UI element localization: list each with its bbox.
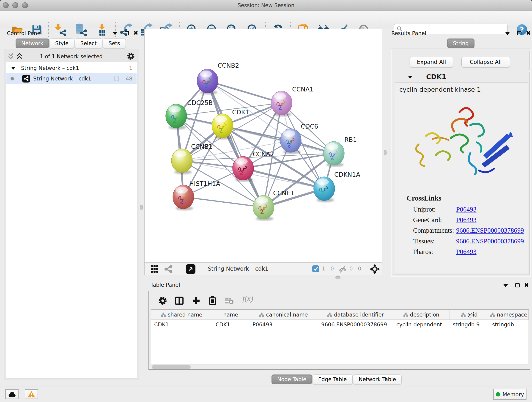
crosslink-label: Compartments: [413,227,454,234]
column-header-namespace[interactable]: namespace [489,310,529,319]
columns-icon[interactable] [175,296,184,305]
network-node-CCNB1[interactable]: CCNB1 [171,143,213,174]
splitter-handle[interactable] [140,205,143,210]
collapse-entry-icon[interactable] [408,76,412,79]
table-body: CDK1CDK1P064939606.ENSP00000378699cyclin… [151,320,529,329]
cloud-icon [8,391,16,397]
tab-network[interactable]: Network [16,38,49,48]
node-count: 11 [113,76,120,82]
tab-string[interactable]: String [447,38,475,48]
statusbar-divider [0,386,532,386]
network-node-CCNA1[interactable]: CCNA1 [271,86,314,116]
tree-expander-icon[interactable] [11,67,16,70]
detach-view-button[interactable] [186,264,196,274]
memory-label: Memory [502,391,524,397]
network-row-selected[interactable]: String Network – cdk1 11 48 [6,73,137,84]
main-toolbar: ? [0,11,532,28]
add-column-icon[interactable] [191,296,201,305]
column-header-canonical-name[interactable]: canonical name [249,310,318,319]
expand-all-button[interactable]: Expand All [410,57,453,67]
network-node-RB1[interactable]: RB1 [323,136,357,167]
table-cell: 9606.ENSP00000378699 [318,322,393,327]
network-list: String Network – cdk1 1 String Network –… [6,62,137,378]
column-header-description[interactable]: description [393,310,450,319]
float-panel-icon[interactable] [503,284,508,287]
close-panel-icon[interactable]: ✖ [524,283,529,287]
selected-checkbox[interactable] [312,265,319,272]
tab-edge-table[interactable]: Edge Table [312,375,353,384]
column-header-database-identifier[interactable]: database identifier [318,310,393,319]
crosslink-link[interactable]: 9606.ENSP00000378699 [456,237,524,245]
horizontal-scrollbar[interactable] [152,365,191,369]
crosslink-link[interactable]: P06493 [456,248,476,255]
network-view[interactable]: CCNB2CCNA1CDC25BCDK1CDC6RB1CCNB1CCNA2CDK… [144,29,382,262]
collection-count: 1 [129,65,133,71]
node-label-CCNA2: CCNA2 [253,151,274,158]
column-header-name[interactable]: name [212,310,249,319]
network-node-HIST1H1A[interactable]: HIST1H1A [173,180,220,211]
warning-icon [27,391,35,398]
crosslink-link[interactable]: P06493 [456,216,476,224]
node-label-CDKN1A: CDKN1A [334,171,360,178]
warnings-button[interactable] [25,389,38,399]
column-header--id[interactable]: @id [450,310,489,319]
node-table: shared namenamecanonical namedatabase id… [151,309,529,364]
title-bar: Session: New Session [0,0,532,11]
crosslink-link[interactable]: 9606.ENSP00000378699 [456,227,524,234]
result-description: cyclin-dependent kinase 1 [399,86,481,93]
function-builder-button[interactable]: f(x) [242,294,253,303]
network-node-CDC6[interactable]: CDC6 [280,123,318,154]
network-node-CCNE1[interactable]: CCNE1 [253,190,294,221]
network-node-CDKN1A[interactable]: CDKN1A [314,171,360,202]
splitter-handle[interactable] [336,276,341,279]
app-window: Session: New Session [0,0,532,402]
tab-network-table[interactable]: Network Table [353,375,402,384]
tab-select[interactable]: Select [75,38,102,48]
node-label-HIST1H1A: HIST1H1A [189,180,220,187]
tab-node-table[interactable]: Node Table [272,375,312,384]
collection-label: String Network – cdk1 [21,65,79,71]
crosshair-move-icon[interactable] [370,264,380,274]
maximize-panel-icon[interactable] [517,31,521,35]
splitter-handle[interactable] [384,150,386,155]
namespace-tree-icon [403,312,408,317]
toolbar-separator [366,264,366,274]
gear-icon[interactable] [158,296,167,305]
grid-view-icon[interactable] [151,265,159,273]
delete-table-icon[interactable] [225,297,234,305]
result-detail: cyclin-dependent kinase 1 [395,83,528,273]
cloud-status-button[interactable] [5,389,19,399]
collapse-all-button[interactable]: Collapse All [462,57,510,67]
crosslink-label: Pharos: [413,248,433,255]
network-node-CCNA2[interactable]: CCNA2 [233,151,274,182]
float-panel-icon[interactable] [505,32,510,35]
table-panel-title: Table Panel [151,282,180,288]
string-network-icon [22,75,30,83]
column-header-shared-name[interactable]: shared name [151,310,212,319]
close-panel-icon[interactable]: ✖ [133,31,138,35]
tab-style[interactable]: Style [50,38,74,48]
hidden-eye-slash-icon[interactable] [338,265,347,273]
float-panel-icon[interactable] [113,32,117,35]
close-panel-icon[interactable]: ✖ [526,31,531,35]
toolbar-separator [179,264,179,274]
network-view-toolbar: String Network – cdk1 1 - 0 0 - 0 [144,262,382,275]
tab-sets[interactable]: Sets [103,38,126,48]
memory-button[interactable]: Memory [493,389,526,400]
table-cell: cyclin-dependent ... [393,322,450,327]
table-cell: CDK1 [151,322,212,327]
crosslink-label: GeneCard: [413,216,442,224]
network-node-CCNB2[interactable]: CCNB2 [197,62,239,95]
maximize-panel-icon[interactable] [515,283,520,287]
table-header-row: shared namenamecanonical namedatabase id… [151,310,529,320]
trash-icon[interactable] [208,296,217,305]
gear-icon[interactable] [127,52,135,60]
table-cell: stringdb:9... [450,322,489,327]
crosslink-link[interactable]: P06493 [456,206,476,213]
maximize-panel-icon[interactable] [125,31,129,35]
share-view-icon[interactable] [164,265,172,273]
table-row[interactable]: CDK1CDK1P064939606.ENSP00000378699cyclin… [151,320,529,329]
namespace-tree-icon [161,312,166,317]
node-label-CCNA1: CCNA1 [292,86,314,93]
network-collection-row[interactable]: String Network – cdk1 1 [6,63,137,73]
